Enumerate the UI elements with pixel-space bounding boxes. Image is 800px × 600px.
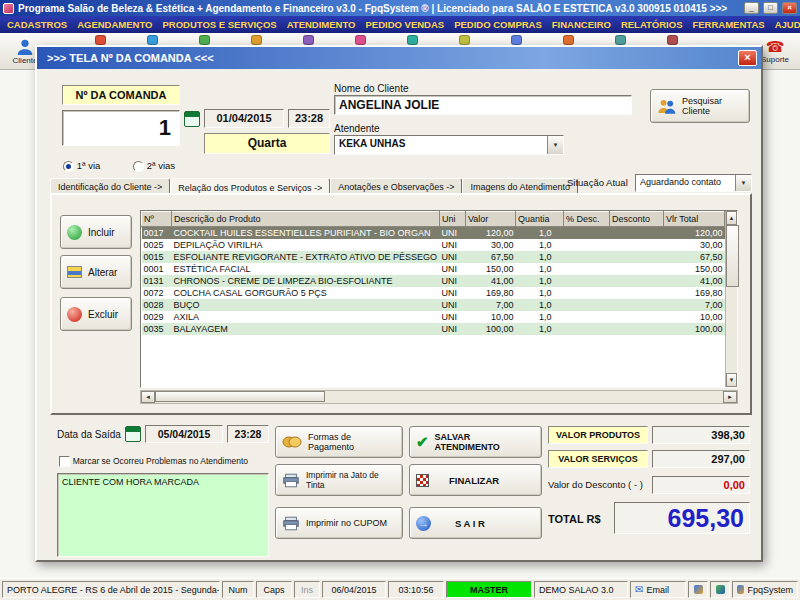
- tab-2[interactable]: Anotações e Observações ->: [330, 178, 462, 194]
- problem-checkbox[interactable]: [59, 456, 70, 467]
- grid-header[interactable]: Descrição do Produto: [172, 212, 440, 227]
- status-extra-segment: [688, 581, 708, 598]
- status-date: 06/04/2015: [322, 581, 386, 598]
- edit-icon: [67, 266, 82, 278]
- salvar-atendimento-button[interactable]: ✔ SALVAR ATENDIMENTO: [409, 426, 542, 458]
- toolbar-icon[interactable]: [251, 35, 262, 45]
- incluir-button[interactable]: Incluir: [60, 215, 132, 249]
- grid-header[interactable]: Uni: [440, 212, 466, 227]
- grid-row[interactable]: 0029AXILAUNI10,001,010,00: [142, 311, 725, 323]
- scroll-down-icon[interactable]: ▼: [726, 373, 737, 387]
- scroll-up-icon[interactable]: ▲: [726, 211, 737, 225]
- formas-pagamento-label: Formas de Pagamento: [308, 432, 396, 452]
- toolbar-icon[interactable]: [667, 35, 678, 45]
- tab-0[interactable]: Identificação do Cliente ->: [50, 178, 170, 194]
- horizontal-scrollbar[interactable]: ◄ ►: [140, 390, 738, 404]
- saida-calendar-icon[interactable]: [125, 426, 141, 442]
- menu-item[interactable]: PEDIDO COMPRAS: [449, 19, 547, 30]
- scroll-right-icon[interactable]: ►: [723, 391, 737, 403]
- dialog-close-button[interactable]: ×: [738, 50, 757, 66]
- search-client-button[interactable]: Pesquisar Cliente: [650, 89, 750, 123]
- printer-icon: [282, 473, 300, 488]
- incluir-label: Incluir: [88, 227, 115, 238]
- grid-cell: [610, 299, 664, 311]
- grid-row[interactable]: 0001ESTÉTICA FACIALUNI150,001,0150,00: [142, 263, 725, 275]
- imprimir-cupom-button[interactable]: Imprimir no CUPOM: [275, 507, 403, 539]
- minimize-button[interactable]: _: [744, 2, 759, 14]
- attendant-select[interactable]: KEKA UNHAS ▼: [334, 135, 564, 155]
- maximize-button[interactable]: □: [763, 2, 778, 14]
- horizontal-scroll-track[interactable]: [155, 391, 723, 403]
- via1-radio[interactable]: 1ª via: [63, 160, 100, 172]
- via2-radio[interactable]: 2ª vias: [133, 160, 175, 172]
- toolbar-icon[interactable]: [459, 35, 470, 45]
- grid-row[interactable]: 0015ESFOLIANTE REVIGORANTE - EXTRATO ATI…: [142, 251, 725, 263]
- grid-header[interactable]: Quantia: [516, 212, 564, 227]
- situacao-select[interactable]: Aguardando contato ▼: [635, 174, 752, 192]
- grid-header[interactable]: Nº: [142, 212, 172, 227]
- dialog-titlebar[interactable]: >>> TELA Nº DA COMANDA <<< ×: [37, 47, 761, 69]
- menu-item[interactable]: RELATÓRIOS: [616, 19, 688, 30]
- status-extra-segment: [710, 581, 730, 598]
- toolbar-icon[interactable]: [355, 35, 366, 45]
- formas-pagamento-button[interactable]: Formas de Pagamento: [275, 426, 403, 458]
- grid-header[interactable]: Valor: [466, 212, 516, 227]
- toolbar-icon[interactable]: [407, 35, 418, 45]
- grid-cell: [564, 227, 610, 239]
- toolbar-icon[interactable]: [615, 35, 626, 45]
- toolbar-icon[interactable]: [563, 35, 574, 45]
- grid-row[interactable]: 0035BALAYAGEMUNI100,001,0100,00: [142, 323, 725, 335]
- toolbar-icon[interactable]: [95, 35, 106, 45]
- grid-header-row: NºDescrição do ProdutoUniValorQuantia% D…: [142, 212, 725, 227]
- horizontal-scroll-thumb[interactable]: [155, 391, 325, 402]
- grid-cell: 10,00: [664, 311, 725, 323]
- status-email-button[interactable]: ✉ Email: [630, 581, 686, 598]
- menu-item[interactable]: FINANCEIRO: [547, 19, 616, 30]
- menu-item[interactable]: FERRAMENTAS: [687, 19, 769, 30]
- toolbar-icon[interactable]: [199, 35, 210, 45]
- tab-3[interactable]: Imagens do Atendimento: [462, 178, 578, 194]
- situacao-label: Situação Atual: [567, 177, 628, 188]
- status-user-badge: MASTER: [446, 581, 532, 598]
- grid-row[interactable]: 0017COCKTAIL HUILES ESSENTIELLES PURIFIA…: [142, 227, 725, 239]
- client-name-input[interactable]: ANGELINA JOLIE: [334, 95, 632, 115]
- sair-button[interactable]: → S A I R: [409, 507, 542, 539]
- calendar-icon[interactable]: [184, 111, 200, 127]
- comanda-number-field[interactable]: 1: [62, 110, 180, 146]
- via2-radio-circle[interactable]: [133, 161, 144, 172]
- alterar-button[interactable]: Alterar: [60, 255, 132, 289]
- problem-checkbox-row[interactable]: Marcar se Ocorreu Problemas no Atendimen…: [59, 455, 271, 467]
- grid-row[interactable]: 0028BUÇOUNI7,001,07,00: [142, 299, 725, 311]
- menu-item[interactable]: ATENDIMENTO: [282, 19, 361, 30]
- toolbar-icon[interactable]: [147, 35, 158, 45]
- vertical-scroll-track[interactable]: [726, 225, 737, 373]
- grid-row[interactable]: 0025DEPILAÇÃO VIRILHAUNI30,001,030,00: [142, 239, 725, 251]
- grid-header[interactable]: % Desc.: [564, 212, 610, 227]
- grid-row[interactable]: 0131CHRONOS - CREME DE LIMPEZA BIO-ESFOL…: [142, 275, 725, 287]
- grid-cell: [564, 323, 610, 335]
- menu-item[interactable]: PRODUTOS E SERVIÇOS: [157, 19, 281, 30]
- note-textarea[interactable]: CLIENTE COM HORA MARCADA: [57, 473, 269, 557]
- toolbar-icon[interactable]: [303, 35, 314, 45]
- excluir-button[interactable]: Excluir: [60, 297, 132, 331]
- menu-item[interactable]: CADASTROS: [2, 19, 72, 30]
- via1-radio-circle[interactable]: [63, 161, 74, 172]
- grid-row[interactable]: 0072COLCHA CASAL GORGURÃO 5 PÇSUNI169,80…: [142, 287, 725, 299]
- app-titlebar[interactable]: Programa Salão de Beleza & Estética + Ag…: [0, 0, 800, 16]
- grid-header[interactable]: Vlr Total: [664, 212, 725, 227]
- attendant-dropdown-icon[interactable]: ▼: [547, 136, 563, 154]
- toolbar-icon[interactable]: [511, 35, 522, 45]
- grid-cell: 1,0: [516, 275, 564, 287]
- grid-header[interactable]: Desconto: [610, 212, 664, 227]
- menu-item[interactable]: PEDIDO VENDAS: [361, 19, 450, 30]
- situacao-dropdown-icon[interactable]: ▼: [735, 175, 751, 191]
- finalizar-button[interactable]: FINALIZAR: [409, 464, 542, 496]
- close-button[interactable]: ×: [782, 2, 797, 14]
- imprimir-jato-button[interactable]: Imprimir na Jato de Tinta: [275, 464, 403, 496]
- scroll-left-icon[interactable]: ◄: [141, 391, 155, 403]
- vertical-scrollbar[interactable]: ▲ ▼: [725, 211, 737, 387]
- grid-cell: UNI: [440, 227, 466, 239]
- menu-item[interactable]: AGENDAMENTO: [72, 19, 157, 30]
- vertical-scroll-thumb[interactable]: [726, 225, 739, 287]
- menu-item[interactable]: AJUDA: [770, 19, 800, 30]
